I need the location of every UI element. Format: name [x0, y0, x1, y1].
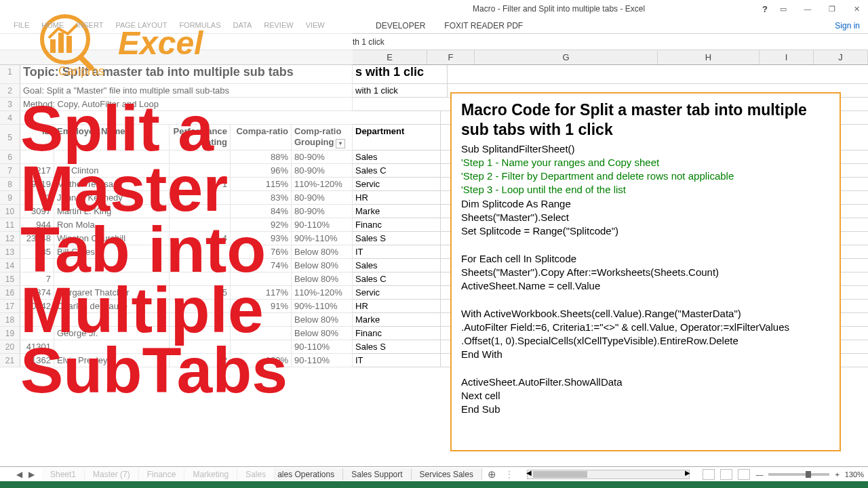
col-header-H[interactable]: H — [658, 50, 760, 64]
cell-dept[interactable]: Sales C — [353, 272, 441, 285]
sheet-tab[interactable]: Marketing — [184, 468, 237, 481]
zoom-out-icon[interactable]: — — [755, 470, 763, 479]
cell-grouping[interactable]: 90-110% — [292, 354, 353, 367]
view-layout-icon[interactable] — [720, 469, 732, 480]
cell-grouping[interactable]: 90-110% — [292, 218, 353, 231]
row-header[interactable]: 7 — [0, 164, 20, 177]
cell-grouping[interactable]: Below 80% — [292, 259, 353, 272]
row-header[interactable]: 13 — [0, 245, 20, 258]
cell-dept[interactable]: Servic — [353, 286, 441, 299]
cell-grouping[interactable]: 90%-110% — [292, 300, 353, 312]
cell[interactable]: s with 1 clic — [353, 65, 448, 83]
new-sheet-icon[interactable]: ⊕ — [485, 468, 500, 481]
tab-nav-prev-icon[interactable]: ◀ — [14, 470, 24, 479]
sheet-tab[interactable]: Sales — [237, 468, 275, 481]
row-header[interactable]: 3 — [0, 98, 20, 110]
tab-foxit[interactable]: FOXIT READER PDF — [435, 18, 532, 33]
cell-dept[interactable]: Sales — [353, 150, 441, 163]
cell-grouping[interactable]: Below 80% — [292, 245, 353, 258]
cell-grouping[interactable]: Below 80% — [292, 327, 353, 340]
row-header[interactable]: 9 — [0, 191, 20, 204]
col-header-E[interactable]: E — [353, 50, 427, 64]
cell-grouping[interactable]: 110%-120% — [292, 178, 353, 190]
cell-dept[interactable]: Sales — [353, 259, 441, 272]
cell-dept[interactable]: Financ — [353, 327, 441, 340]
sheet-tab[interactable]: Finance — [139, 468, 185, 481]
cell-dept[interactable]: HR — [353, 300, 441, 312]
cell-grouping[interactable]: Below 80% — [292, 272, 353, 285]
close-icon[interactable]: ✕ — [848, 2, 865, 16]
scrollbar-thumb[interactable] — [533, 471, 587, 478]
cell-dept[interactable]: Sales S — [353, 232, 441, 245]
code-line: Sheets("Master").Copy After:=Worksheets(… — [461, 266, 830, 279]
tab-nav-next-icon[interactable]: ▶ — [26, 470, 37, 479]
row-header[interactable]: 4 — [0, 111, 20, 124]
view-normal-icon[interactable] — [703, 469, 715, 480]
sheet-tab[interactable]: Master (7) — [85, 468, 139, 481]
cell-dept[interactable]: IT — [353, 245, 441, 258]
help-icon[interactable]: ? — [762, 4, 768, 14]
sheet-tab[interactable]: Sheet1 — [42, 468, 85, 481]
row-header[interactable]: 14 — [0, 259, 20, 272]
cell-grouping[interactable]: 80-90% — [292, 205, 353, 218]
header-grouping[interactable]: Comp-ratio Grouping▾ — [292, 125, 353, 150]
col-header-G[interactable]: G — [475, 50, 658, 64]
row-header[interactable]: 17 — [0, 300, 20, 312]
col-header-I[interactable]: I — [760, 50, 814, 64]
cell-dept[interactable]: Financ — [353, 218, 441, 231]
row-header[interactable]: 10 — [0, 205, 20, 218]
cell-grouping[interactable]: 80-90% — [292, 164, 353, 177]
ribbon-options-icon[interactable]: ▭ — [774, 2, 792, 16]
zoom-in-icon[interactable]: + — [835, 470, 839, 479]
row-header[interactable]: 11 — [0, 218, 20, 231]
cell-grouping[interactable]: 110%-120% — [292, 286, 353, 299]
code-line: 'Step 1 - Name your ranges and Copy shee… — [461, 156, 830, 169]
cell-dept[interactable]: Sales S — [353, 340, 441, 353]
cell-dept[interactable]: HR — [353, 191, 441, 204]
row-header[interactable]: 6 — [0, 150, 20, 163]
cell-grouping[interactable]: 80-90% — [292, 191, 353, 204]
row-header[interactable]: 21 — [0, 354, 20, 367]
minimize-icon[interactable]: — — [799, 2, 816, 16]
row-header[interactable]: 1 — [0, 65, 20, 83]
col-header-J[interactable]: J — [814, 50, 868, 64]
code-line: 'Step 2 - Filter by Department and delet… — [461, 169, 830, 183]
code-line: End With — [461, 348, 830, 361]
restore-icon[interactable]: ❐ — [823, 2, 841, 16]
horizontal-scrollbar[interactable]: ◀ ▶ — [527, 470, 690, 479]
filter-dropdown-icon[interactable]: ▾ — [336, 139, 345, 148]
view-break-icon[interactable] — [738, 469, 750, 480]
sign-in-link[interactable]: Sign in — [835, 21, 860, 30]
row-header[interactable]: 15 — [0, 272, 20, 285]
cell[interactable]: with 1 click — [353, 84, 448, 97]
cell-dept[interactable]: Servic — [353, 178, 441, 190]
cell-grouping[interactable]: 80-90% — [292, 150, 353, 163]
sheet-tab[interactable]: Sales Support — [343, 468, 411, 481]
macro-code-textbox[interactable]: Macro Code for Split a master tab into m… — [450, 92, 841, 451]
code-line — [461, 362, 830, 375]
tab-developer[interactable]: DEVELOPER — [366, 18, 435, 33]
sheet-tab[interactable]: ales Operations — [275, 468, 343, 481]
row-header[interactable]: 19 — [0, 327, 20, 340]
cell-dept[interactable]: IT — [353, 354, 441, 367]
cell-grouping[interactable]: 90%-110% — [292, 232, 353, 245]
zoom-slider[interactable] — [768, 473, 829, 476]
row-header[interactable]: 16 — [0, 286, 20, 299]
cell-dept[interactable]: Marke — [353, 205, 441, 218]
cell-dept[interactable]: Marke — [353, 313, 441, 326]
row-header[interactable]: 12 — [0, 232, 20, 245]
row-header[interactable]: 5 — [0, 125, 20, 150]
cell-grouping[interactable]: 90-110% — [292, 340, 353, 353]
cell-grouping[interactable]: Below 80% — [292, 313, 353, 326]
code-line: ActiveSheet.AutoFilter.ShowAllData — [461, 375, 830, 389]
row-header[interactable]: 18 — [0, 313, 20, 326]
row-header[interactable]: 8 — [0, 178, 20, 190]
sheet-tab[interactable]: Services Sales — [412, 468, 482, 481]
col-header-F[interactable]: F — [427, 50, 475, 64]
header-dept[interactable]: Department — [353, 125, 441, 150]
row-header[interactable]: 2 — [0, 84, 20, 97]
zoom-level[interactable]: 130% — [845, 470, 864, 479]
code-line: For Each cell In Splitcode — [461, 252, 830, 266]
cell-dept[interactable]: Sales C — [353, 164, 441, 177]
row-header[interactable]: 20 — [0, 340, 20, 353]
